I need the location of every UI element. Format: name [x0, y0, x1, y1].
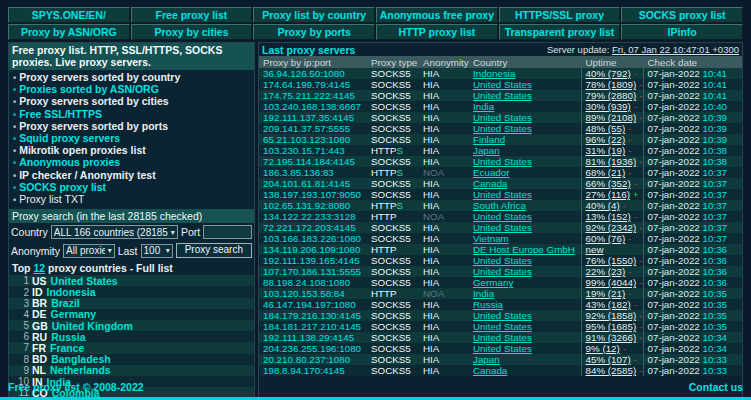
country-link[interactable]: Bangladesh	[51, 353, 111, 365]
uptime-link[interactable]: 40% (4)	[586, 200, 620, 211]
nav-button[interactable]: Anonymous free proxy	[376, 7, 498, 23]
uptime-link[interactable]: new	[586, 244, 604, 255]
anonymity-level: HIA	[419, 68, 469, 79]
country-link[interactable]: United States	[51, 275, 118, 287]
top-count-link[interactable]: 12	[33, 262, 45, 274]
country-link[interactable]: Brazil	[51, 297, 80, 309]
country-link[interactable]: India	[473, 101, 494, 112]
nav-button[interactable]: Proxy by ASN/ORG	[8, 24, 130, 40]
uptime-link[interactable]: 95% (1685)	[586, 321, 637, 332]
country-link[interactable]: Germany	[473, 277, 513, 288]
uptime-link[interactable]: 45% (107)	[586, 354, 631, 365]
uptime-link[interactable]: 99% (4044)	[586, 277, 637, 288]
country-link[interactable]: Vietnam	[473, 233, 509, 244]
sidebar: Free proxy list. HTTP, SSL/HTTPS, SOCKS …	[8, 42, 255, 400]
country-link[interactable]: United States	[473, 222, 532, 233]
nav-button[interactable]: Proxy list by country	[253, 7, 375, 23]
proxy-ip-port: 72.195.114.184:4145	[259, 156, 367, 167]
proxy-ip-port: 107.170.186.131:5555	[259, 266, 367, 277]
nav-button[interactable]: Proxy by cities	[131, 24, 253, 40]
anonymity-level: NOA	[419, 167, 469, 178]
uptime-link[interactable]: 76% (1550)	[586, 255, 637, 266]
nav-button[interactable]: Proxy by ports	[253, 24, 375, 40]
check-time: 10:39	[703, 112, 728, 123]
uptime-link[interactable]: 91% (3266)	[586, 332, 637, 343]
uptime-link[interactable]: 78% (1809)	[586, 79, 637, 90]
uptime-link[interactable]: 48% (55)	[586, 123, 626, 134]
nav-button[interactable]: Transparent proxy list	[499, 24, 621, 40]
country-link[interactable]: United States	[473, 332, 532, 343]
anonymity-level: HIA	[419, 222, 469, 233]
country-link[interactable]: Indonesia	[47, 286, 96, 298]
country-link[interactable]: United States	[473, 255, 532, 266]
country-link[interactable]: Finland	[473, 134, 505, 145]
country-link[interactable]: United Kingdom	[52, 320, 133, 332]
uptime-link[interactable]: 68% (21)	[586, 167, 626, 178]
proxy-search-button[interactable]: Proxy search	[176, 243, 252, 258]
uptime-link[interactable]: 81% (1936)	[586, 156, 637, 167]
uptime-link[interactable]: 9% (12)	[586, 343, 620, 354]
nav-button[interactable]: SOCKS proxy list	[621, 7, 743, 23]
country-link[interactable]: United States	[473, 343, 532, 354]
nav-button[interactable]: HTTPS/SSL proxy	[499, 7, 621, 23]
nav-button[interactable]: SPYS.ONE/EN/	[8, 7, 130, 23]
uptime-link[interactable]: 92% (2342)	[586, 222, 637, 233]
uptime-link[interactable]: 92% (1858)	[586, 310, 637, 321]
uptime-link[interactable]: 19% (21)	[586, 288, 626, 299]
uptime-link[interactable]: 79% (2880)	[586, 90, 637, 101]
country-link[interactable]: United States	[473, 266, 532, 277]
country-link[interactable]: Germany	[51, 308, 97, 320]
proxy-ip-port: 88.198.24.108:1080	[259, 277, 367, 288]
country-link[interactable]: Indonesia	[473, 68, 516, 79]
uptime-link[interactable]: 60% (76)	[586, 233, 626, 244]
uptime-link[interactable]: 96% (22)	[586, 134, 626, 145]
country-link[interactable]: United States	[473, 310, 532, 321]
uptime-link[interactable]: 66% (352)	[586, 178, 631, 189]
country-link[interactable]: Russia	[51, 331, 85, 343]
country-link[interactable]: Canada	[473, 178, 507, 189]
trend-down-icon: -	[620, 200, 626, 211]
country-link[interactable]: United States	[473, 112, 532, 123]
contact-us-link[interactable]: Contact us	[689, 381, 743, 393]
port-input[interactable]	[203, 225, 252, 239]
nav-button[interactable]: IPinfo	[621, 24, 743, 40]
country-link[interactable]: Ecuador	[473, 167, 510, 178]
uptime-link[interactable]: 27% (116)	[586, 189, 630, 200]
country-link[interactable]: DE Host Europe GmbH	[473, 244, 575, 255]
country-link[interactable]: Japan	[473, 145, 500, 156]
country-link[interactable]: United States	[473, 79, 532, 90]
country-link[interactable]: Russia	[473, 299, 503, 310]
country-link[interactable]: South Africa	[473, 200, 526, 211]
uptime-link[interactable]: 40% (792)	[586, 68, 631, 79]
footer-copyright-link[interactable]: Free proxy list © 2008-2022	[8, 381, 144, 393]
uptime-link[interactable]: 30% (939)	[586, 101, 631, 112]
country-link[interactable]: United States	[473, 211, 532, 222]
uptime-link[interactable]: 84% (2585)	[586, 365, 637, 376]
last-select[interactable]: 100 ▾	[141, 244, 173, 258]
server-update-link[interactable]: Fri, 07 Jan 22 10:47:01 +0300	[612, 44, 739, 55]
country-link[interactable]: United States	[473, 123, 532, 134]
country-link[interactable]: Netherlands	[50, 364, 111, 376]
country-select[interactable]: ALL 166 countries (28185 pr ▾	[51, 225, 178, 239]
anonymity-select[interactable]: All proxie ▾	[63, 244, 115, 258]
uptime-link[interactable]: 22% (23)	[586, 266, 626, 277]
anonymity-level: HIA	[419, 189, 469, 200]
uptime-link[interactable]: 89% (2108)	[586, 112, 637, 123]
sidebar-menu-item[interactable]: •Proxy list TXT	[11, 194, 254, 206]
country-link[interactable]: United States	[473, 90, 532, 101]
country-link[interactable]: Canada	[473, 365, 507, 376]
uptime-cell: 9% (12) -	[581, 343, 643, 354]
proxy-ip-port: 46.147.194.197:1080	[259, 299, 367, 310]
check-date: 07-jan-2022 10:37	[643, 167, 742, 178]
country-link[interactable]: India	[473, 288, 494, 299]
country-link[interactable]: United States	[473, 189, 532, 200]
uptime-link[interactable]: 31% (19)	[586, 145, 626, 156]
uptime-link[interactable]: 43% (182)	[586, 299, 631, 310]
country-link[interactable]: France	[50, 342, 84, 354]
uptime-link[interactable]: 13% (152)	[586, 211, 631, 222]
country-link[interactable]: Japan	[473, 354, 500, 365]
nav-button[interactable]: HTTP proxy list	[376, 24, 498, 40]
country-link[interactable]: United States	[473, 321, 532, 332]
country-link[interactable]: United States	[473, 156, 532, 167]
nav-button[interactable]: Free proxy list	[131, 7, 253, 23]
